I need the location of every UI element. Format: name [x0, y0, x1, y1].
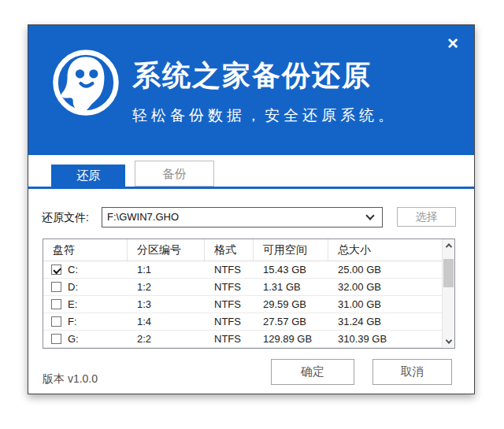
drive-letter: F:	[68, 313, 77, 330]
version-label: 版本 v1.0.0	[43, 372, 98, 386]
drive-letter: D:	[68, 279, 78, 295]
drive-checkbox[interactable]	[51, 282, 61, 292]
chevron-down-icon	[445, 337, 451, 343]
chevron-down-icon	[365, 211, 374, 220]
format-value: NTFS	[205, 261, 254, 278]
tab-underline	[28, 187, 474, 189]
cancel-button[interactable]: 取消	[372, 359, 452, 385]
ok-button[interactable]: 确定	[271, 359, 354, 385]
restore-file-value: F:\GWIN7.GHO	[107, 208, 179, 227]
app-header: 系统之家备份还原 轻松备份数据，安全还原系统。 ×	[28, 25, 474, 155]
app-title: 系统之家备份还原	[132, 57, 397, 95]
table-scrollbar[interactable]	[442, 239, 454, 348]
col-header-format[interactable]: 格式	[205, 239, 254, 261]
scrollbar-thumb[interactable]	[443, 259, 454, 287]
partition-number: 2:2	[128, 331, 205, 347]
restore-file-combobox[interactable]: F:\GWIN7.GHO	[102, 207, 383, 227]
format-value: NTFS	[205, 331, 254, 347]
drive-letter: E:	[68, 296, 77, 313]
table-row[interactable]: D: 1:2 NTFS 1.31 GB 32.00 GB	[43, 279, 442, 296]
app-subtitle: 轻松备份数据，安全还原系统。	[132, 105, 397, 126]
total-size: 31.24 GB	[328, 313, 442, 330]
partition-table-header: 盘符 分区编号 格式 可用空间 总大小	[43, 239, 442, 261]
partition-number: 1:4	[128, 313, 205, 330]
col-header-total[interactable]: 总大小	[328, 239, 442, 261]
drive-checkbox[interactable]	[51, 299, 61, 309]
chevron-up-icon	[445, 243, 451, 250]
table-row[interactable]: E: 1:3 NTFS 29.59 GB 31.00 GB	[43, 296, 442, 313]
free-space: 1.31 GB	[254, 279, 328, 295]
partition-number: 1:2	[128, 279, 205, 295]
table-row[interactable]: F: 1:4 NTFS 27.57 GB 31.24 GB	[43, 313, 442, 331]
total-size: 31.00 GB	[328, 296, 442, 313]
total-size: 310.39 GB	[328, 331, 442, 347]
col-header-drive[interactable]: 盘符	[43, 239, 128, 261]
partition-table: 盘符 分区编号 格式 可用空间 总大小 C: 1:1 NTFS 15.43 GB…	[43, 239, 455, 349]
col-header-partition[interactable]: 分区编号	[128, 239, 205, 261]
free-space: 27.57 GB	[254, 313, 328, 330]
scroll-down-button[interactable]	[443, 335, 454, 348]
tab-restore[interactable]: 还原	[51, 165, 125, 187]
tab-backup[interactable]: 备份	[135, 161, 214, 187]
free-space: 129.89 GB	[254, 331, 328, 347]
select-file-button[interactable]: 选择	[397, 207, 456, 227]
partition-number: 1:3	[128, 296, 205, 313]
ghost-logo-icon	[50, 47, 121, 118]
total-size: 25.00 GB	[328, 261, 442, 278]
format-value: NTFS	[205, 279, 254, 295]
table-row[interactable]: C: 1:1 NTFS 15.43 GB 25.00 GB	[43, 261, 442, 279]
partition-table-body: C: 1:1 NTFS 15.43 GB 25.00 GB D: 1:2 NTF…	[43, 261, 442, 348]
drive-letter: G:	[68, 331, 79, 347]
close-icon: ×	[447, 32, 458, 54]
table-row[interactable]: G: 2:2 NTFS 129.89 GB 310.39 GB	[43, 331, 442, 348]
free-space: 15.43 GB	[254, 261, 328, 278]
col-header-free[interactable]: 可用空间	[254, 239, 328, 261]
format-value: NTFS	[205, 296, 254, 313]
drive-checkbox[interactable]	[51, 264, 61, 275]
drive-checkbox[interactable]	[51, 334, 61, 344]
drive-letter: C:	[68, 261, 78, 278]
total-size: 32.00 GB	[328, 279, 442, 295]
free-space: 29.59 GB	[254, 296, 328, 313]
format-value: NTFS	[205, 313, 254, 330]
close-button[interactable]: ×	[443, 33, 463, 54]
scroll-up-button[interactable]	[443, 239, 454, 252]
header-titles: 系统之家备份还原 轻松备份数据，安全还原系统。	[132, 57, 397, 126]
drive-checkbox[interactable]	[51, 316, 61, 327]
restore-file-label: 还原文件:	[42, 207, 89, 227]
partition-number: 1:1	[128, 261, 205, 278]
app-window: 系统之家备份还原 轻松备份数据，安全还原系统。 × 还原 备份 还原文件: F:…	[28, 24, 475, 394]
